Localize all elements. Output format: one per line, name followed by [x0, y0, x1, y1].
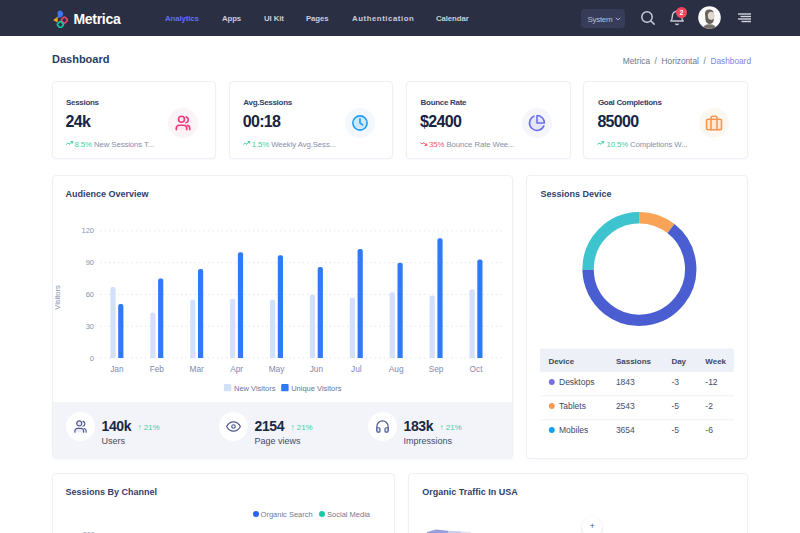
svg-text:-3: -3 [671, 377, 679, 387]
svg-text:Oct: Oct [469, 364, 483, 374]
svg-text:Device: Device [548, 356, 574, 365]
svg-text:Sassions: Sassions [616, 356, 652, 365]
svg-text:Jul: Jul [350, 364, 361, 374]
svg-text:Unique Visitors: Unique Visitors [291, 383, 342, 392]
svg-text:30: 30 [85, 321, 93, 330]
svg-text:Aug: Aug [388, 364, 403, 374]
svg-text:Mobiles: Mobiles [559, 425, 588, 435]
svg-text:-5: -5 [671, 425, 679, 435]
svg-text:1843: 1843 [616, 377, 635, 387]
svg-text:120: 120 [81, 226, 94, 235]
svg-text:0: 0 [89, 353, 93, 362]
svg-text:-6: -6 [705, 425, 713, 435]
svg-text:Jun: Jun [309, 364, 323, 374]
svg-text:3654: 3654 [616, 425, 635, 435]
svg-text:-12: -12 [705, 377, 718, 387]
svg-text:-5: -5 [671, 401, 679, 411]
svg-text:May: May [268, 364, 285, 374]
svg-text:Feb: Feb [149, 364, 164, 374]
svg-text:Visitors: Visitors [53, 285, 62, 310]
svg-text:Jan: Jan [110, 364, 124, 374]
svg-text:Tablets: Tablets [559, 401, 586, 411]
svg-text:New Visitors: New Visitors [234, 383, 276, 392]
svg-text:Week: Week [705, 356, 726, 365]
svg-text:Apr: Apr [230, 364, 243, 374]
svg-text:-2: -2 [705, 401, 713, 411]
svg-text:2543: 2543 [616, 401, 635, 411]
svg-text:Day: Day [671, 356, 686, 365]
svg-text:Mar: Mar [189, 364, 204, 374]
svg-text:60: 60 [85, 289, 93, 298]
svg-text:Desktops: Desktops [559, 377, 594, 387]
svg-text:Sep: Sep [428, 364, 443, 374]
svg-text:90: 90 [85, 258, 93, 267]
